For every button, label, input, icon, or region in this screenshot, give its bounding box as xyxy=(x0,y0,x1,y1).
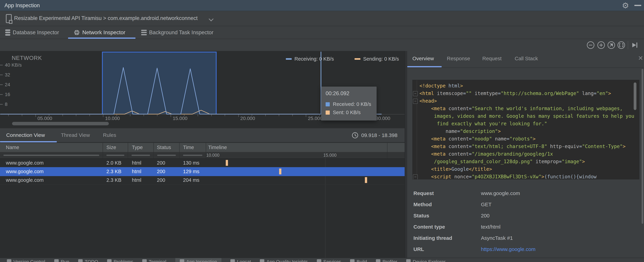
cell-status: 200 xyxy=(154,176,180,184)
request-timeline-marker[interactable] xyxy=(365,177,367,183)
code-line: <script nonce="p4OZXBJIXBBwFl3DtS-vXw">(… xyxy=(420,173,596,179)
app-inspection-titlebar: App Inspection ⚙ xyxy=(0,0,644,11)
detail-label: Request xyxy=(414,190,434,196)
detail-tab-overview[interactable]: Overview xyxy=(412,51,434,66)
process-selector-label[interactable]: Resizable Experimental API Tiramisu > co… xyxy=(14,15,198,21)
column-header-status[interactable]: Status xyxy=(154,143,180,152)
tool-window-button-app-quality-insights[interactable]: App Quality Insights xyxy=(260,259,308,262)
panel-scrollbar[interactable] xyxy=(642,69,643,224)
tool-window-icon xyxy=(107,259,112,262)
tab-connection-view[interactable]: Connection View xyxy=(6,128,45,142)
tool-window-label: Profiler xyxy=(382,259,397,262)
detail-label: Status xyxy=(414,213,429,218)
tool-window-label: App Quality Insights xyxy=(266,259,308,262)
code-line: <title>Google</title> xyxy=(420,166,492,173)
tool-window-button-logcat[interactable]: Logcat xyxy=(230,259,251,262)
tab-thread-view[interactable]: Thread View xyxy=(61,128,90,142)
tab-database-inspector[interactable]: Database Inspector xyxy=(5,26,59,39)
request-timeline-marker[interactable] xyxy=(226,160,228,166)
network-timeline-chart[interactable]: NETWORK 40 KB/s3224168 Receiving: 0 KB/s… xyxy=(0,51,405,128)
table-header[interactable]: NameSizeTypeStatusTimeTimeline xyxy=(0,143,405,152)
column-header-time[interactable]: Time xyxy=(180,143,206,152)
response-preview-editor[interactable]: <!doctype html><html itemscope="" itemty… xyxy=(412,80,639,179)
code-line: <meta content="noodp" name="robots"> xyxy=(420,135,536,143)
device-icon xyxy=(6,14,12,23)
detail-tab-response[interactable]: Response xyxy=(447,51,470,66)
code-line: find exactly what you're looking for." xyxy=(420,120,547,128)
detail-tab-request[interactable]: Request xyxy=(482,51,502,66)
network-icon xyxy=(74,30,80,36)
detail-row: Requestwww.google.com xyxy=(414,190,634,198)
cell-status: 200 xyxy=(154,158,180,167)
clock-icon xyxy=(352,132,358,139)
tool-window-button-build[interactable]: Build xyxy=(350,259,367,262)
detail-row: URLhttps://www.google.com xyxy=(414,246,634,254)
code-line: <head> xyxy=(420,97,437,105)
column-header-timeline[interactable]: Timeline xyxy=(206,143,388,152)
tool-window-button-problems[interactable]: Problems xyxy=(107,259,133,262)
background-task-icon xyxy=(141,30,147,35)
table-row[interactable]: www.google.com2.0 KBhtml200130 ms xyxy=(0,158,405,168)
column-resize-bar[interactable] xyxy=(157,155,176,156)
active-tab-underline xyxy=(68,38,136,39)
chevron-down-icon[interactable] xyxy=(209,16,214,21)
process-selector-bar[interactable]: Resizable Experimental API Tiramisu > co… xyxy=(0,11,644,26)
table-row[interactable]: www.google.com2.3 KBhtml200129 ms xyxy=(0,167,405,176)
tool-window-label: Services xyxy=(324,259,341,262)
table-row[interactable]: www.google.com2.3 KBhtml200204 ms xyxy=(0,176,405,185)
code-line: <meta content="/images/branding/googleg/… xyxy=(420,150,553,158)
tab-rules[interactable]: Rules xyxy=(103,128,116,142)
tooltip-label: Sent: 0 KB/s xyxy=(333,110,360,115)
zoom-out-icon[interactable] xyxy=(586,41,595,50)
detail-row: Initiating threadAsyncTask #1 xyxy=(414,235,634,243)
reset-zoom-icon[interactable] xyxy=(607,41,616,50)
cell-size: 2.0 KB xyxy=(103,158,128,167)
detail-value: AsyncTask #1 xyxy=(481,235,513,241)
selected-range: 09.918 - 18.398 xyxy=(352,128,398,142)
code-fold-icon[interactable]: – xyxy=(413,91,418,96)
column-header-name[interactable]: Name xyxy=(0,143,103,152)
close-icon[interactable]: ✕ xyxy=(638,55,643,62)
gear-icon[interactable]: ⚙ xyxy=(621,1,630,10)
detail-value-link[interactable]: https://www.google.com xyxy=(481,246,536,252)
code-fold-icon[interactable]: – xyxy=(413,99,418,104)
tooltip-row: Received: 0 KB/s xyxy=(326,102,371,107)
cell-time: 129 ms xyxy=(180,167,206,176)
zoom-to-selection-icon[interactable] xyxy=(617,41,626,50)
column-header-type[interactable]: Type xyxy=(128,143,154,152)
column-resize-bar[interactable] xyxy=(132,155,150,156)
page-title: App Inspection xyxy=(4,2,40,8)
column-resize-bar[interactable] xyxy=(183,155,202,156)
tooltip-label: Received: 0 KB/s xyxy=(333,102,371,107)
tool-window-button-terminal[interactable]: Terminal xyxy=(142,259,166,262)
tool-window-button-version-control[interactable]: Version Control xyxy=(7,259,45,262)
inspector-tabs: Database InspectorNetwork InspectorBackg… xyxy=(0,26,644,39)
detail-label: Initiating thread xyxy=(414,235,452,241)
column-header-size[interactable]: Size xyxy=(103,143,128,152)
tab-network-inspector[interactable]: Network Inspector xyxy=(74,26,125,39)
tool-window-button-run[interactable]: Run xyxy=(54,259,70,262)
tool-window-button-todo[interactable]: TODO xyxy=(78,259,98,262)
editor-scrollbar[interactable] xyxy=(634,82,636,110)
tool-window-button-app-inspection[interactable]: App Inspection xyxy=(175,258,222,262)
table-timeline-ruler: 10.00015.000 xyxy=(0,152,405,159)
column-resize-bar[interactable] xyxy=(106,155,124,156)
connection-view-header: 09.918 - 18.398 Connection ViewThread Vi… xyxy=(0,128,405,142)
request-timeline-marker[interactable] xyxy=(279,168,281,174)
connections-table: NameSizeTypeStatusTimeTimeline 10.00015.… xyxy=(0,143,405,258)
minimize-icon[interactable] xyxy=(634,5,641,6)
code-line: <html itemscope="" itemtype="http://sche… xyxy=(420,90,611,97)
tab-background-task-inspector[interactable]: Background Task Inspector xyxy=(141,26,213,39)
go-live-icon[interactable] xyxy=(630,41,639,50)
zoom-in-icon[interactable] xyxy=(597,41,606,50)
tool-window-button-profiler[interactable]: Profiler xyxy=(376,259,397,262)
cell-type: html xyxy=(128,167,154,176)
code-fold-icon[interactable]: – xyxy=(413,174,418,179)
tool-window-button-services[interactable]: Services xyxy=(317,259,341,262)
tool-window-icon xyxy=(78,259,83,262)
column-resize-bar[interactable] xyxy=(4,155,99,156)
detail-tab-call-stack[interactable]: Call Stack xyxy=(515,51,538,66)
tool-window-button-device-explorer[interactable]: Device Explorer xyxy=(406,259,446,262)
tab-label: Database Inspector xyxy=(13,30,59,36)
detail-label: URL xyxy=(414,246,424,252)
